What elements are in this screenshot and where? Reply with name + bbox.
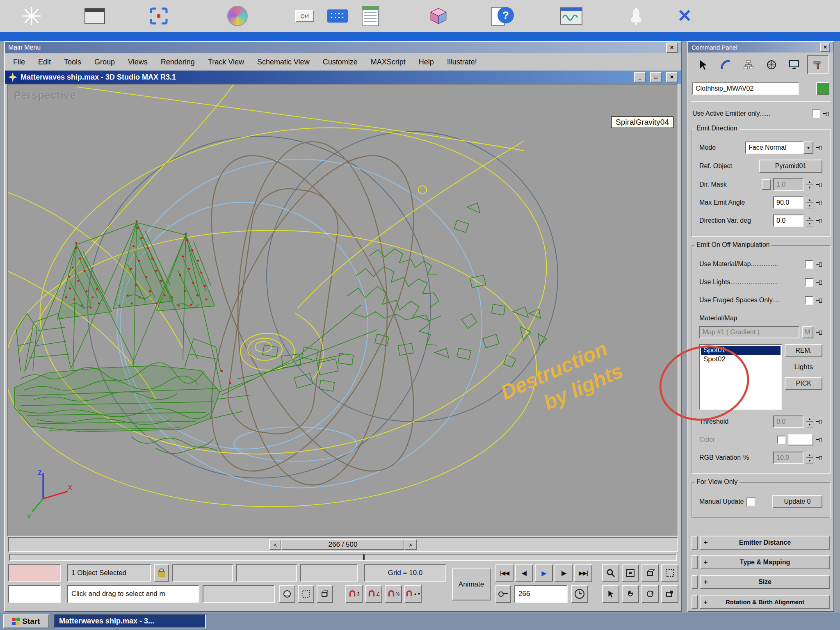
menu-maxscript[interactable]: MAXScript (371, 58, 406, 66)
manual-update-checkbox[interactable] (746, 498, 755, 506)
lights-listbox[interactable]: Spot01 Spot02 (699, 344, 782, 410)
rollout-bar-size[interactable]: + Size (700, 575, 830, 589)
rollout-grip[interactable] (692, 536, 698, 550)
pin-icon[interactable] (816, 262, 822, 267)
terminal-icon[interactable] (82, 2, 107, 30)
start-button[interactable]: Start (3, 614, 49, 628)
pin-icon[interactable] (816, 145, 822, 150)
pin-icon[interactable] (816, 455, 822, 460)
main-menu-close-button[interactable]: ✕ (666, 43, 678, 53)
tab-display[interactable] (784, 56, 804, 73)
menu-rendering[interactable]: Rendering (161, 58, 195, 66)
dir-mask-spinner[interactable]: ▲▼ (806, 179, 813, 190)
play-button[interactable]: ▶ (535, 564, 553, 582)
keyboard-icon[interactable] (325, 2, 350, 30)
rollout-grip[interactable] (692, 555, 698, 569)
direction-var-field[interactable]: 0.0 (773, 215, 803, 227)
ref-object-button[interactable]: Pyramid01 (759, 160, 822, 173)
tab-motion[interactable] (762, 56, 781, 73)
screen-capture-icon[interactable] (146, 2, 171, 30)
go-to-end-button[interactable]: ▶▶| (574, 564, 592, 582)
close-button[interactable]: ✕ (666, 72, 678, 82)
tab-modify[interactable] (716, 56, 735, 73)
tab-create[interactable] (693, 56, 713, 73)
max-emit-angle-field[interactable]: 90.0 (773, 196, 803, 209)
tree-image-icon[interactable] (623, 2, 649, 30)
update-button[interactable]: Update 0 (772, 495, 822, 508)
dropdown-arrow-icon[interactable]: ▼ (803, 142, 813, 154)
perspective-viewport[interactable]: Perspective SpiralGravity04 Destruction … (7, 84, 678, 536)
tab-utilities[interactable] (807, 55, 829, 74)
dir-mask-field[interactable]: 1.0 (773, 178, 803, 191)
pin-icon[interactable] (823, 111, 829, 116)
cube-icon[interactable] (426, 2, 451, 30)
menu-customize[interactable]: Customize (323, 58, 358, 66)
threshold-spinner[interactable]: ▲▼ (806, 416, 813, 427)
media-app-icon[interactable] (559, 2, 584, 30)
animate-button[interactable]: Animate (452, 568, 491, 600)
rgb-variation-spinner[interactable]: ▲▼ (806, 452, 813, 463)
rollout-grip[interactable] (692, 595, 698, 609)
maximize-button[interactable]: □ (650, 72, 662, 82)
next-frame-button[interactable]: |▶ (555, 564, 573, 582)
selection-lock-button[interactable] (154, 564, 169, 582)
pin-icon[interactable] (816, 182, 822, 187)
list-item-spot02[interactable]: Spot02 (701, 355, 781, 364)
menu-schematic-view[interactable]: Schematic View (257, 58, 310, 66)
time-slider-handle[interactable]: 266 / 500 (281, 539, 404, 550)
command-panel-close-button[interactable]: ✕ (820, 43, 830, 52)
object-name-field[interactable]: Clothhsip_MWAV02 (692, 82, 799, 95)
angle-snap-button[interactable]: ∠ (365, 585, 382, 603)
maxscript-listener-white[interactable] (8, 585, 61, 603)
notepad-icon[interactable] (358, 2, 383, 30)
percent-snap-button[interactable]: % (385, 585, 402, 603)
tab-hierarchy[interactable] (739, 56, 758, 73)
pick-button[interactable]: PICK (785, 377, 822, 390)
minimize-button[interactable]: _ (634, 72, 646, 82)
time-configuration-button[interactable] (571, 585, 588, 603)
max-emit-angle-spinner[interactable]: ▲▼ (806, 197, 813, 208)
go-to-start-button[interactable]: |◀◀ (495, 564, 514, 582)
main-menu-titlebar[interactable]: Main Menu ✕ (5, 42, 681, 53)
menu-edit[interactable]: Edit (38, 58, 51, 66)
rollout-bar-emitter-distance[interactable]: + Emitter Distance (700, 536, 830, 550)
track-bar[interactable] (9, 554, 677, 561)
zoom-extents-button[interactable] (641, 564, 659, 582)
menu-illustrate[interactable]: Illustrate! (447, 58, 477, 66)
zoom-button[interactable] (602, 564, 619, 582)
rem-button[interactable]: REM. (785, 344, 822, 357)
spinner-snap-button[interactable]: ▲▼ (404, 585, 422, 603)
pin-icon[interactable] (816, 218, 822, 223)
pan-button[interactable] (622, 585, 639, 603)
dotted-select-button[interactable] (298, 585, 314, 603)
pin-icon[interactable] (816, 330, 822, 335)
close-x-icon[interactable]: ✕ (672, 2, 697, 30)
zoom-region-button[interactable] (661, 564, 678, 582)
pin-icon[interactable] (816, 200, 822, 205)
object-color-swatch[interactable] (816, 82, 829, 95)
shade-mode-button[interactable] (279, 585, 295, 603)
taskbar-task-button[interactable]: Matterwaves ship.max - 3... (54, 614, 206, 628)
rgb-variation-field[interactable]: 10.0 (773, 452, 803, 464)
color-checkbox[interactable] (777, 436, 785, 444)
map-field[interactable]: Map #1 ( Gradient ) (699, 326, 799, 338)
menu-file[interactable]: File (13, 58, 25, 66)
rollout-bar-type-mapping[interactable]: + Type & Mapping (700, 555, 830, 569)
dir-mask-button[interactable] (762, 179, 771, 190)
pin-icon[interactable] (816, 419, 822, 424)
snap-3d-button[interactable]: 3 (345, 585, 363, 603)
list-item-spot01[interactable]: Spot01 (701, 346, 781, 355)
paint-swirl-icon[interactable] (225, 2, 250, 30)
crossing-mode-button[interactable] (317, 585, 333, 603)
help-icon[interactable]: ? (488, 2, 517, 30)
track-bar-marker[interactable] (363, 555, 365, 560)
rollout-bar-rotation-birth[interactable]: + Rotation & Birth Alignment (700, 595, 830, 609)
previous-frame-button[interactable]: ◀| (515, 564, 533, 582)
pin-icon[interactable] (816, 280, 822, 285)
time-slider-track[interactable]: < 266 / 500 > (8, 537, 678, 552)
current-frame-field[interactable]: 266 (514, 585, 568, 603)
use-fraged-checkbox[interactable] (805, 296, 813, 305)
key-mode-button[interactable] (495, 585, 511, 603)
maxscript-listener-pink[interactable] (8, 564, 61, 582)
direction-var-spinner[interactable]: ▲▼ (806, 215, 813, 226)
